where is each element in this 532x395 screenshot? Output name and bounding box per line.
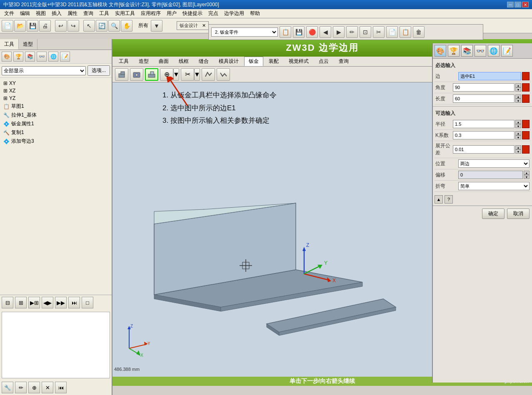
length-spin-down[interactable]: ▼ <box>515 99 521 103</box>
tolerance-red-btn[interactable] <box>522 145 530 154</box>
zoom-btn[interactable]: 🔍 <box>108 20 120 32</box>
bottom-btn1[interactable]: ⊟ <box>2 297 13 308</box>
sm-btn2[interactable] <box>130 68 143 81</box>
rp-icon-book[interactable]: 📚 <box>461 45 473 57</box>
sm-btn1[interactable] <box>115 68 128 81</box>
sec-tab-mold[interactable]: 模具设计 <box>214 57 243 66</box>
offset-input[interactable] <box>458 171 523 179</box>
expand-icon-up[interactable]: ▲ <box>435 195 443 204</box>
maximize-btn[interactable]: □ <box>515 2 521 7</box>
sm-btn-fold[interactable] <box>217 68 230 81</box>
menu-learn[interactable]: 边学边用 <box>222 9 247 18</box>
angle-red-btn[interactable] <box>522 83 530 92</box>
bottom-btn9[interactable]: ✏ <box>15 382 27 393</box>
offset-spin-down[interactable]: ▼ <box>524 175 530 179</box>
tolerance-spin-up[interactable]: ▲ <box>515 145 521 149</box>
tree-item-sheetprop[interactable]: 💠 钣金属性1 <box>2 119 110 128</box>
bottom-btn11[interactable]: ✕ <box>42 382 53 393</box>
rp-icon-glasses[interactable]: 👓 <box>475 45 486 57</box>
menu-user[interactable]: 用户 <box>164 9 179 18</box>
sm-btn-unfold[interactable] <box>202 68 215 81</box>
rp-icon-edit[interactable]: 📝 <box>501 45 513 57</box>
sidebar-btn4[interactable]: 👓 <box>37 52 47 62</box>
position-select[interactable]: 两边 内侧 外侧 <box>458 159 530 168</box>
tree-item-xy[interactable]: ⊞ XY <box>2 79 110 87</box>
kfactor-spin-up[interactable]: ▲ <box>515 131 521 135</box>
offset-spin-up[interactable]: ▲ <box>524 171 530 175</box>
bottom-btn12[interactable]: ⏮ <box>55 382 67 393</box>
scope-selector[interactable]: 全部显示 <box>2 66 86 75</box>
sec-tab-surface[interactable]: 曲面 <box>154 57 173 66</box>
tree-item-sketch1[interactable]: 📋 草图1 <box>2 102 110 111</box>
redo-btn[interactable]: ↪ <box>67 20 79 32</box>
radius-red-btn[interactable] <box>522 120 530 128</box>
print-btn[interactable]: 🖨 <box>39 20 51 32</box>
panel-btn10[interactable]: 📋 <box>400 26 411 38</box>
sidebar-btn1[interactable]: 🎨 <box>2 52 12 62</box>
expand-icon-help[interactable]: ? <box>445 195 453 204</box>
panel-btn5[interactable]: ▶ <box>333 26 345 38</box>
sec-tab-sew[interactable]: 缝合 <box>194 57 213 66</box>
kfactor-red-btn[interactable] <box>522 131 530 139</box>
sm-btn-flange[interactable] <box>145 68 158 81</box>
tree-item-addbend3[interactable]: 💠 添加弯边3 <box>2 137 110 146</box>
select-btn[interactable]: ↖ <box>83 20 95 32</box>
save-btn[interactable]: 💾 <box>27 20 38 32</box>
menu-help[interactable]: 帮助 <box>247 9 262 18</box>
sidebar-tab-tools[interactable]: 工具 <box>0 39 19 50</box>
menu-app[interactable]: 应用程序 <box>138 9 163 18</box>
sec-tab-visual[interactable]: 视觉样式 <box>284 57 313 66</box>
bottom-btn8[interactable]: 🔧 <box>2 382 13 393</box>
panel-btn2[interactable]: 💾 <box>293 26 305 38</box>
edge-red-btn[interactable] <box>522 72 530 80</box>
panel-btn4[interactable]: ◀ <box>320 26 331 38</box>
menu-tips[interactable]: 快捷提示 <box>180 9 205 18</box>
panel-btn3[interactable]: 🔴 <box>306 26 318 38</box>
angle-input[interactable] <box>453 83 515 92</box>
sec-tab-shape[interactable]: 造型 <box>134 57 153 66</box>
panel-btn8[interactable]: ✂ <box>373 26 385 38</box>
bottom-btn10[interactable]: ⊕ <box>28 382 40 393</box>
panel-close-x[interactable]: ✕ <box>202 23 206 28</box>
sidebar-tab-shape[interactable]: 造型 <box>19 39 37 50</box>
tree-item-xz[interactable]: ⊞ XZ <box>2 87 110 94</box>
menu-properties[interactable]: 属性 <box>65 9 80 18</box>
tree-item-yz[interactable]: ⊞ YZ <box>2 94 110 102</box>
panel-btn6[interactable]: ✏ <box>346 26 358 38</box>
sidebar-btn2[interactable]: 🏆 <box>13 52 23 62</box>
menu-view[interactable]: 视图 <box>33 9 48 18</box>
tolerance-spin-down[interactable]: ▼ <box>515 149 521 154</box>
radius-spin-up[interactable]: ▲ <box>515 120 521 124</box>
sidebar-btn5[interactable]: 🌐 <box>48 52 58 62</box>
bottom-btn3[interactable]: ▶⊞ <box>28 297 40 308</box>
minimize-btn[interactable]: ─ <box>507 2 514 7</box>
radius-input[interactable] <box>453 120 515 128</box>
kfactor-spin-down[interactable]: ▼ <box>515 135 521 139</box>
tree-item-copy1[interactable]: 🔨 复制1 <box>2 128 110 137</box>
sec-tab-query[interactable]: 查询 <box>334 57 353 66</box>
options-btn[interactable]: 选项... <box>87 65 110 76</box>
length-red-btn[interactable] <box>522 94 530 103</box>
close-btn[interactable]: ✕ <box>522 2 529 7</box>
sec-tab-tools[interactable]: 工具 <box>114 57 133 66</box>
cancel-btn[interactable]: 取消 <box>507 209 530 219</box>
sec-tab-sheetmetal[interactable]: 钣金 <box>244 57 263 66</box>
menu-file[interactable]: 文件 <box>2 9 17 18</box>
tolerance-input[interactable] <box>453 145 515 154</box>
menu-tools[interactable]: 工具 <box>97 9 112 18</box>
rotate-btn[interactable]: 🔄 <box>96 20 107 32</box>
undo-btn[interactable]: ↩ <box>55 20 67 32</box>
panel-btn1[interactable]: 📋 <box>280 26 291 38</box>
panel-btn11[interactable]: 🗑 <box>413 26 425 38</box>
new-btn[interactable]: 📄 <box>2 20 13 32</box>
bottom-btn2[interactable]: ⊞ <box>15 297 27 308</box>
sheet-combo[interactable]: 2. 钣金零件 <box>211 27 278 37</box>
bottom-btn5[interactable]: ▶▶ <box>55 297 67 308</box>
confirm-btn[interactable]: 确定 <box>482 209 505 219</box>
angle-spin-down[interactable]: ▼ <box>515 87 521 92</box>
bottom-btn7[interactable]: □ <box>82 297 93 308</box>
rp-icon-trophy[interactable]: 🏆 <box>448 45 460 57</box>
bottom-btn6[interactable]: ⏭ <box>68 297 80 308</box>
sec-tab-assembly[interactable]: 装配 <box>264 57 283 66</box>
menu-points[interactable]: 完点 <box>206 9 221 18</box>
